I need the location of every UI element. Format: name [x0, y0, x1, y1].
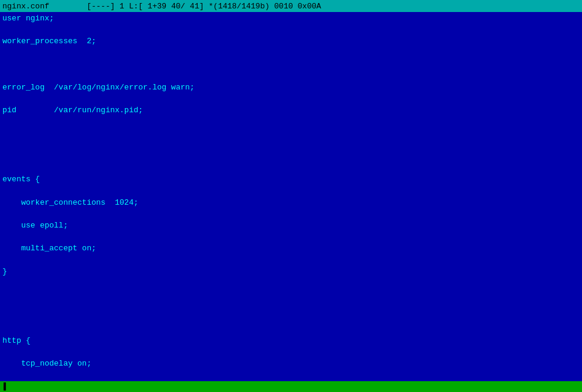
editor-line: use epoll;	[2, 220, 580, 232]
status-codes-info: 0010 0x00A	[274, 2, 321, 11]
status-position	[115, 2, 120, 11]
status-codes	[270, 2, 274, 11]
editor-line: worker_processes 2;	[2, 36, 580, 47]
bottom-indicator: ▐	[1, 382, 6, 391]
status-bytes-info: *(1418/1419b)	[208, 2, 269, 11]
editor-line: worker_connections 1024;	[2, 198, 580, 209]
editor-line: }	[2, 267, 580, 278]
status-bytes	[204, 2, 209, 11]
editor-line: pid /var/run/nginx.pid;	[2, 105, 580, 116]
editor-line: multi_accept on;	[2, 243, 580, 255]
editor-line: http {	[2, 336, 580, 347]
status-mode: [----]	[86, 2, 115, 11]
editor-line	[2, 59, 580, 71]
editor-line	[2, 312, 580, 324]
editor-content[interactable]: user nginx; worker_processes 2; error_lo…	[0, 12, 582, 381]
editor-line: tcp_nodelay on;	[2, 358, 580, 370]
status-spacer	[49, 2, 86, 11]
editor-line: user nginx;	[2, 13, 580, 25]
status-filename: nginx.conf	[2, 2, 49, 11]
editor-line: error_log /var/log/nginx/error.log warn;	[2, 82, 580, 94]
terminal-window: nginx.conf [----] 1 L:[ 1+39 40/ 41] *(1…	[0, 0, 582, 392]
editor-line: events {	[2, 174, 580, 185]
editor-line	[2, 151, 580, 163]
status-pos-info: 1 L:[ 1+39 40/ 41]	[120, 2, 204, 11]
editor-line	[2, 128, 580, 140]
editor-line	[2, 289, 580, 301]
status-bar: nginx.conf [----] 1 L:[ 1+39 40/ 41] *(1…	[0, 0, 582, 12]
bottom-bar: ▐	[0, 381, 582, 392]
